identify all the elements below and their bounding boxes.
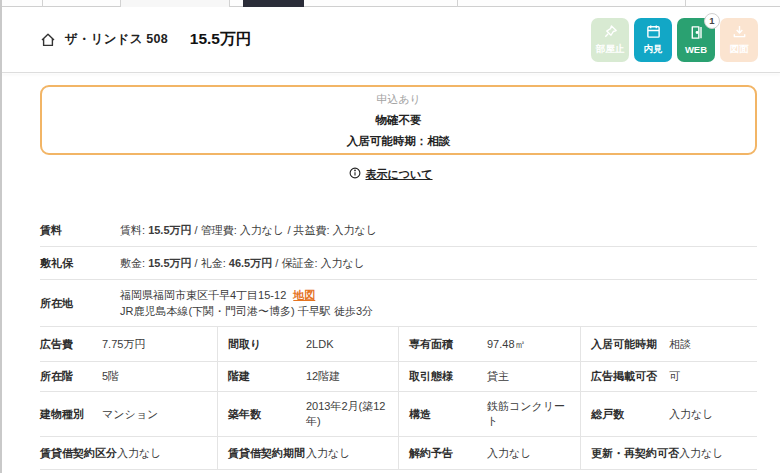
table-row: 賃貸借契約区分入力なし 賃貸借契約期間入力なし 解約予告入力なし 更新・再契約可… — [40, 437, 757, 470]
lease-term-cell: 賃貸借契約期間入力なし — [217, 437, 398, 469]
cancellation-notice-cell: 解約予告入力なし — [398, 437, 580, 469]
lease-category-cell: 賃貸借契約区分入力なし — [40, 437, 217, 469]
property-header: ザ・リンドス 508 15.5万円 部屋止 内見 — [2, 7, 780, 72]
room-hold-label: 部屋止 — [596, 43, 625, 56]
area-cell: 専有面積97.48㎡ — [398, 327, 580, 361]
active-tab[interactable] — [243, 0, 304, 7]
table-row: 建物種別マンション 築年数2013年2月(築12年) 構造鉄筋コンクリート 総戸… — [40, 392, 757, 437]
property-name: ザ・リンドス 508 — [65, 31, 168, 48]
status-box: 申込あり 物確不要 入居可能時期：相談 — [40, 85, 757, 155]
tab-divider — [457, 0, 458, 7]
address-text: 福岡県福岡市東区千早4丁目15-12 — [120, 289, 286, 301]
status-move-in: 入居可能時期：相談 — [347, 134, 451, 149]
property-title-group: ザ・リンドス 508 15.5万円 — [40, 29, 591, 50]
building-age-cell: 築年数2013年2月(築12年) — [217, 392, 398, 436]
header-divider — [2, 72, 780, 73]
display-about-link[interactable]: 表示について — [349, 167, 432, 182]
status-application: 申込あり — [376, 92, 421, 107]
deposit-row: 敷礼保 敷金: 15.5万円 / 礼金: 46.5万円 / 保証金: 入力なし — [40, 247, 757, 280]
rent-label: 賃料 — [40, 223, 120, 238]
deposit-label: 敷礼保 — [40, 256, 120, 271]
viewing-button[interactable]: 内見 — [634, 18, 672, 62]
deposit-value: 敷金: 15.5万円 / 礼金: 46.5万円 / 保証金: 入力なし — [120, 256, 757, 271]
stories-cell: 階建12階建 — [217, 362, 398, 391]
access-text: JR鹿児島本線(下関・門司港〜博多) 千早駅 徒歩3分 — [120, 305, 373, 317]
web-count-badge: 1 — [704, 13, 720, 29]
info-circle-icon — [349, 167, 361, 181]
info-link-row: 表示について — [2, 165, 780, 183]
table-row: 広告費7.75万円 間取り2LDK 専有面積97.48㎡ 入居可能時期相談 — [40, 327, 757, 362]
rent-value: 賃料: 15.5万円 / 管理費: 入力なし / 共益費: 入力なし — [120, 223, 757, 238]
renewal-cell: 更新・再契約可否入力なし — [580, 437, 757, 469]
floorplan-label: 図面 — [730, 43, 749, 56]
building-type-cell: 建物種別マンション — [40, 392, 217, 436]
web-button[interactable]: 1 WEB — [677, 18, 715, 62]
transaction-type-cell: 取引態様貸主 — [398, 362, 580, 391]
clipped-tab-strip — [2, 0, 780, 7]
address-label: 所在地 — [40, 296, 120, 311]
floor-cell: 所在階5階 — [40, 362, 217, 391]
viewing-label: 内見 — [644, 43, 663, 56]
web-label: WEB — [685, 44, 707, 55]
structure-cell: 構造鉄筋コンクリート — [398, 392, 580, 436]
download-icon — [732, 24, 747, 41]
status-confirmation: 物確不要 — [376, 113, 422, 128]
page-frame: ザ・リンドス 508 15.5万円 部屋止 内見 — [0, 0, 780, 473]
home-icon — [40, 32, 56, 48]
calendar-icon — [646, 24, 661, 41]
layout-cell: 間取り2LDK — [217, 327, 398, 361]
total-units-cell: 総戸数入力なし — [580, 392, 757, 436]
room-hold-button[interactable]: 部屋止 — [591, 18, 629, 62]
door-icon — [689, 25, 704, 42]
display-about-label: 表示について — [365, 167, 432, 182]
property-details-table: 賃料 賃料: 15.5万円 / 管理費: 入力なし / 共益費: 入力なし 敷礼… — [40, 215, 757, 470]
move-in-cell: 入居可能時期相談 — [580, 327, 757, 361]
rent-row: 賃料 賃料: 15.5万円 / 管理費: 入力なし / 共益費: 入力なし — [40, 215, 757, 247]
pushpin-icon — [603, 24, 618, 41]
floorplan-button[interactable]: 図面 — [720, 18, 758, 62]
tab-divider — [42, 0, 43, 7]
property-price: 15.5万円 — [190, 29, 251, 50]
address-value: 福岡県福岡市東区千早4丁目15-12地図 JR鹿児島本線(下関・門司港〜博多) … — [120, 287, 757, 319]
inactive-tab[interactable] — [120, 0, 230, 7]
map-link[interactable]: 地図 — [293, 289, 315, 301]
ad-permission-cell: 広告掲載可否可 — [580, 362, 757, 391]
address-row: 所在地 福岡県福岡市東区千早4丁目15-12地図 JR鹿児島本線(下関・門司港〜… — [40, 280, 757, 327]
ad-fee-cell: 広告費7.75万円 — [40, 327, 217, 361]
table-row: 所在階5階 階建12階建 取引態様貸主 広告掲載可否可 — [40, 362, 757, 392]
tab-divider — [685, 0, 686, 7]
action-buttons: 部屋止 内見 1 WEB — [591, 18, 758, 62]
